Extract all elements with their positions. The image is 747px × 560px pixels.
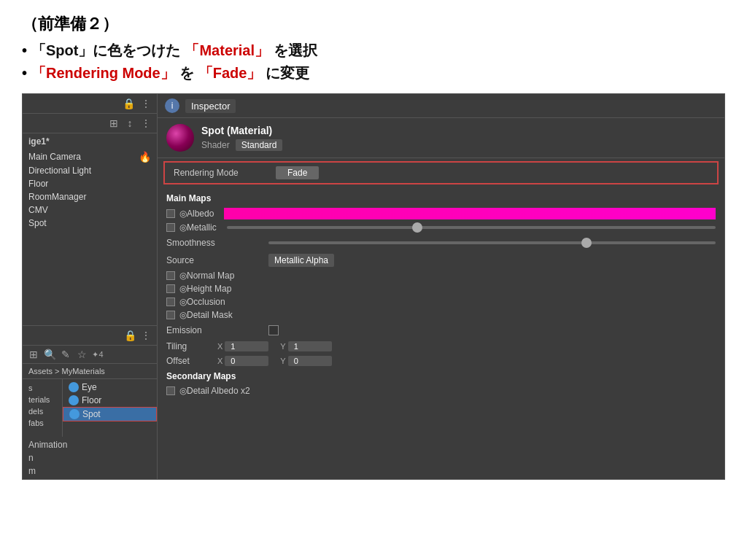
- asset-eye-icon: [69, 382, 79, 392]
- offset-y-label: Y: [280, 357, 285, 365]
- metallic-slider[interactable]: [227, 226, 716, 229]
- asset-floor[interactable]: Floor: [63, 394, 157, 407]
- asset-floor-icon: [69, 395, 79, 405]
- options-icon[interactable]: ⋮: [139, 117, 152, 130]
- rendering-mode-row[interactable]: Rendering Mode Fade: [163, 161, 719, 184]
- tiling-y-value[interactable]: 1: [288, 341, 332, 351]
- hierarchy-item-main-camera[interactable]: Main Camera 🔥: [23, 149, 157, 164]
- emission-checkbox[interactable]: [268, 325, 279, 335]
- assets-layers-icon[interactable]: ⊞: [27, 348, 40, 361]
- shader-value[interactable]: Standard: [236, 139, 283, 151]
- hierarchy-toolbar-top: 🔒 ⋮: [23, 94, 157, 114]
- assets-toolbar: 🔒 ⋮: [23, 326, 157, 346]
- asset-spot-label: Spot: [82, 409, 101, 419]
- smoothness-slider[interactable]: [268, 241, 716, 244]
- assets-pencil-icon[interactable]: ✎: [59, 348, 72, 361]
- sort-icon[interactable]: ↕: [123, 117, 136, 130]
- main-maps-header: Main Maps: [158, 190, 724, 206]
- offset-x-label: X: [217, 357, 222, 365]
- left-panel: 🔒 ⋮ ⊞ ↕ ⋮ ige1* Main Camera 🔥 Directiona…: [23, 94, 158, 479]
- top-text-area: （前準備２） 「Spot」に色をつけた「Material」を選択 「Render…: [0, 0, 747, 93]
- material-sphere: [166, 124, 194, 152]
- assets-menu-icon[interactable]: ⋮: [139, 329, 152, 342]
- source-label: Source: [166, 255, 268, 265]
- detail-albedo-checkbox[interactable]: [166, 386, 175, 395]
- metallic-row: ◎Metallic: [158, 221, 724, 234]
- lock-icon[interactable]: 🔒: [122, 97, 135, 110]
- bullet1-part3: を選択: [274, 41, 317, 61]
- material-header: Spot (Material) Shader Standard: [158, 118, 724, 158]
- albedo-row: ◎Albedo: [158, 206, 724, 221]
- hierarchy-item-cmv[interactable]: CMV: [23, 203, 157, 217]
- shader-row: Shader Standard: [201, 139, 282, 151]
- secondary-maps-header: Secondary Maps: [158, 368, 724, 384]
- offset-y-value[interactable]: 0: [288, 356, 332, 366]
- bullet2-part4: に変更: [266, 63, 309, 83]
- sidebar-s[interactable]: s: [26, 382, 59, 394]
- metallic-label: ◎Metallic: [179, 222, 217, 233]
- occlusion-label: ◎Occlusion: [179, 297, 225, 307]
- metallic-checkbox[interactable]: [166, 223, 175, 232]
- inspector-panel: i Inspector Spot (Material) Shader Stand…: [158, 94, 724, 479]
- hierarchy-section: 🔒 ⋮ ⊞ ↕ ⋮ ige1* Main Camera 🔥 Directiona…: [23, 94, 157, 326]
- tiling-x-label: X: [217, 342, 222, 351]
- offset-x-value[interactable]: 0: [225, 356, 268, 366]
- smoothness-thumb[interactable]: [581, 238, 592, 248]
- assets-lock-icon[interactable]: 🔒: [123, 329, 136, 342]
- detail-albedo-label: ◎Detail Albedo x2: [179, 386, 250, 396]
- normal-map-checkbox[interactable]: [166, 271, 175, 280]
- inspector-header: i Inspector: [158, 94, 724, 118]
- bullet2-part1: 「Rendering Mode」: [31, 63, 175, 83]
- menu-icon[interactable]: ⋮: [139, 97, 152, 110]
- scene-label: ige1*: [23, 133, 157, 149]
- detail-mask-checkbox[interactable]: [166, 311, 175, 319]
- asset-spot-icon: [69, 409, 80, 419]
- metallic-thumb[interactable]: [412, 222, 422, 233]
- assets-breadcrumb: Assets > MyMaterials: [23, 364, 157, 379]
- bullet-1: 「Spot」に色をつけた「Material」を選択: [22, 41, 725, 61]
- emission-label: Emission: [166, 325, 268, 335]
- assets-star-icon[interactable]: ☆: [75, 348, 88, 361]
- tiling-row: Tiling X 1 Y 1: [158, 339, 724, 354]
- sidebar-models[interactable]: dels: [26, 405, 59, 417]
- bullet2-part2: を: [179, 63, 194, 83]
- offset-label: Offset: [166, 356, 217, 366]
- layer-icon[interactable]: ⊞: [107, 117, 120, 130]
- hierarchy-item-directional-light[interactable]: Directional Light: [23, 164, 157, 177]
- bullet-2: 「Rendering Mode」を「Fade」に変更: [22, 63, 725, 83]
- sidebar-materials[interactable]: terials: [26, 394, 59, 405]
- warning-icon: 🔥: [139, 151, 151, 163]
- source-row: Source Metallic Alpha: [158, 252, 724, 269]
- detail-mask-label: ◎Detail Mask: [179, 310, 233, 320]
- material-info: Spot (Material) Shader Standard: [201, 125, 282, 151]
- smoothness-label: Smoothness: [166, 238, 268, 248]
- albedo-label: ◎Albedo: [179, 209, 214, 219]
- occlusion-row: ◎Occlusion: [158, 295, 724, 308]
- asset-spot[interactable]: Spot: [63, 407, 157, 421]
- rendering-mode-value[interactable]: Fade: [276, 166, 319, 179]
- assets-section: 🔒 ⋮ ⊞ 🔍 ✎ ☆ ✦4 Assets > MyMaterials s te…: [23, 326, 157, 479]
- assets-search-icon[interactable]: 🔍: [43, 348, 56, 361]
- shader-label: Shader: [201, 140, 230, 150]
- bullet1-part1: 「Spot」に色をつけた: [31, 41, 180, 61]
- asset-eye[interactable]: Eye: [63, 381, 157, 394]
- tiling-x-value[interactable]: 1: [225, 341, 268, 351]
- occlusion-checkbox[interactable]: [166, 298, 175, 306]
- source-dropdown[interactable]: Metallic Alpha: [268, 254, 334, 267]
- hierarchy-item-room-manager[interactable]: RoomManager: [23, 190, 157, 203]
- detail-mask-row: ◎Detail Mask: [158, 308, 724, 322]
- ui-area: 🔒 ⋮ ⊞ ↕ ⋮ ige1* Main Camera 🔥 Directiona…: [22, 93, 725, 480]
- hierarchy-item-floor[interactable]: Floor: [23, 177, 157, 190]
- albedo-color-swatch[interactable]: [224, 208, 716, 219]
- footer-m[interactable]: m: [28, 464, 151, 478]
- height-map-checkbox[interactable]: [166, 284, 175, 293]
- footer-animation[interactable]: Animation: [28, 438, 151, 451]
- sidebar-prefabs[interactable]: fabs: [26, 417, 59, 429]
- smoothness-row: Smoothness: [158, 234, 724, 252]
- inspector-tab[interactable]: Inspector: [185, 99, 236, 113]
- material-name: Spot (Material): [201, 125, 282, 136]
- albedo-checkbox[interactable]: [166, 209, 175, 218]
- hierarchy-item-spot[interactable]: Spot: [23, 217, 157, 230]
- height-map-label: ◎Height Map: [179, 284, 231, 294]
- footer-n[interactable]: n: [28, 451, 151, 464]
